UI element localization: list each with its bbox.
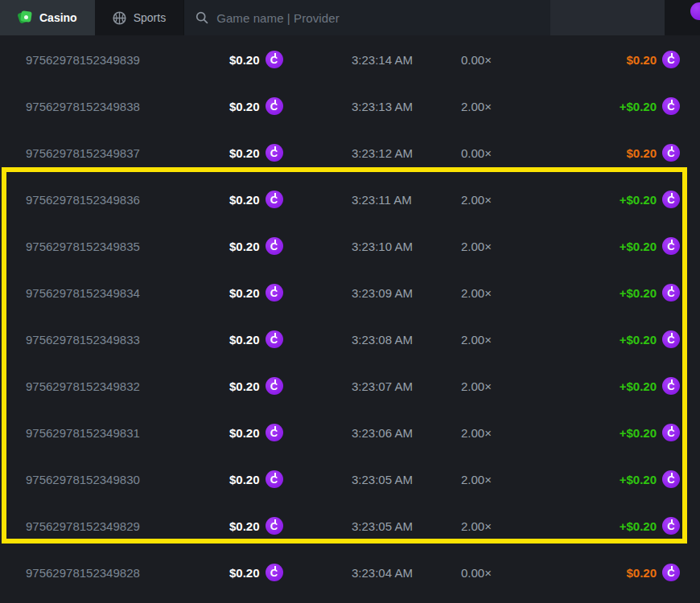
bet-amount-cell: $0.20 C [229,330,352,348]
bet-time: 3:23:10 AM [352,240,461,253]
bet-amount-value: $0.20 [229,333,260,347]
search-input[interactable]: Game name | Provider [183,0,550,35]
crypto-coin-icon: C [662,517,680,535]
bet-time: 3:23:12 AM [352,146,461,160]
search-icon [196,11,208,24]
bet-time: 3:23:09 AM [352,286,461,300]
basketball-icon [113,11,126,25]
bet-payout-cell: +$0.20 C [620,284,680,302]
bet-amount-cell: $0.20 C [229,97,352,115]
bet-multiplier: 2.00× [461,240,620,253]
bet-id: 97562978152349830 [26,473,229,486]
bet-payout-cell: +$0.20 C [620,330,680,348]
tab-casino[interactable]: Casino [0,0,95,35]
crypto-coin-icon: C [266,424,283,441]
bet-id: 97562978152349834 [26,286,229,300]
header-end-section [665,0,700,35]
crypto-coin-icon: C [662,97,680,115]
bet-amount-value: $0.20 [229,519,260,533]
bet-payout-value: $0.20 [626,566,657,580]
bet-row[interactable]: 97562978152349837 $0.20 C 3:23:12 AM 0.0… [0,129,700,176]
bet-payout-value: +$0.20 [620,473,657,486]
bet-payout-value: +$0.20 [620,333,657,347]
bet-payout-value: +$0.20 [620,193,657,207]
bet-id: 97562978152349831 [26,426,229,440]
bet-payout-value: +$0.20 [620,100,657,113]
tab-sports[interactable]: Sports [95,0,183,35]
bet-time: 3:23:06 AM [352,426,461,440]
crypto-coin-icon: C [266,237,283,255]
bet-payout-value: +$0.20 [620,379,657,393]
crypto-coin-icon: C [662,237,680,255]
bet-amount-cell: $0.20 C [229,517,352,535]
bet-amount-value: $0.20 [229,146,260,160]
bet-payout-value: +$0.20 [620,286,657,300]
crypto-coin-icon: C [266,330,283,348]
balance-coin-icon [690,2,700,20]
bet-id: 97562978152349838 [26,100,229,113]
bet-amount-cell: $0.20 C [229,377,352,395]
bet-payout-cell: $0.20 C [626,564,680,581]
bet-time: 3:23:05 AM [352,519,461,533]
bet-id: 97562978152349839 [26,53,229,67]
bet-multiplier: 0.00× [461,53,626,67]
bet-multiplier: 2.00× [461,473,620,486]
crypto-coin-icon: C [266,564,283,581]
bet-payout-cell: +$0.20 C [620,517,680,535]
bet-time: 3:23:11 AM [352,193,461,207]
crypto-coin-icon: C [266,97,283,115]
crypto-coin-icon: C [662,284,680,302]
bet-payout-cell: $0.20 C [626,144,680,162]
bet-id: 97562978152349829 [26,519,229,533]
bet-payout-value: +$0.20 [620,519,657,533]
bet-payout-cell: +$0.20 C [620,191,680,208]
crypto-coin-icon: C [662,424,680,441]
bet-row[interactable]: 97562978152349829 $0.20 C 3:23:05 AM 2.0… [0,503,700,549]
crypto-coin-icon: C [266,144,283,162]
bet-amount-cell: $0.20 C [229,191,352,208]
bet-multiplier: 0.00× [461,146,626,160]
bet-row[interactable]: 97562978152349835 $0.20 C 3:23:10 AM 2.0… [0,223,700,269]
bet-amount-cell: $0.20 C [229,470,352,488]
bet-payout-cell: $0.20 C [626,51,680,68]
top-navigation-bar: Casino Sports Game name | Provider [0,0,700,35]
crypto-coin-icon: C [662,564,680,581]
crypto-coin-icon: C [662,330,680,348]
bet-multiplier: 2.00× [461,426,620,440]
bet-row[interactable]: 97562978152349828 $0.20 C 3:23:04 AM 0.0… [0,549,700,596]
bet-id: 97562978152349832 [26,379,229,393]
bet-row[interactable]: 97562978152349834 $0.20 C 3:23:09 AM 2.0… [0,269,700,316]
bet-row[interactable]: 97562978152349839 $0.20 C 3:23:14 AM 0.0… [0,36,700,83]
bet-time: 3:23:13 AM [352,100,461,113]
bet-amount-value: $0.20 [229,473,260,486]
bet-time: 3:23:07 AM [352,379,461,393]
bet-row[interactable]: 97562978152349832 $0.20 C 3:23:07 AM 2.0… [0,363,700,409]
crypto-coin-icon: C [266,51,283,68]
bet-amount-cell: $0.20 C [229,424,352,441]
tab-sports-label: Sports [134,11,166,24]
bet-id: 97562978152349828 [26,566,229,580]
bet-row[interactable]: 97562978152349830 $0.20 C 3:23:05 AM 2.0… [0,456,700,503]
bets-table: 97562978152349839 $0.20 C 3:23:14 AM 0.0… [0,36,700,596]
bet-payout-cell: +$0.20 C [620,97,680,115]
bet-multiplier: 2.00× [461,193,620,207]
bet-row[interactable]: 97562978152349831 $0.20 C 3:23:06 AM 2.0… [0,409,700,456]
bet-amount-cell: $0.20 C [229,51,352,68]
header-right-panel [550,0,665,35]
bet-payout-cell: +$0.20 C [620,424,680,441]
bet-multiplier: 0.00× [461,566,626,580]
bet-multiplier: 2.00× [461,100,620,113]
bet-multiplier: 2.00× [461,379,620,393]
bet-id: 97562978152349837 [26,146,229,160]
bet-id: 97562978152349833 [26,333,229,347]
bet-amount-cell: $0.20 C [229,144,352,162]
bet-amount-cell: $0.20 C [229,237,352,255]
bet-id: 97562978152349835 [26,240,229,253]
crypto-coin-icon: C [266,470,283,488]
bet-row[interactable]: 97562978152349833 $0.20 C 3:23:08 AM 2.0… [0,316,700,363]
bet-row[interactable]: 97562978152349836 $0.20 C 3:23:11 AM 2.0… [0,176,700,223]
bet-row[interactable]: 97562978152349838 $0.20 C 3:23:13 AM 2.0… [0,83,700,129]
tab-casino-label: Casino [39,11,77,24]
bet-amount-value: $0.20 [229,53,260,67]
bet-time: 3:23:08 AM [352,333,461,347]
